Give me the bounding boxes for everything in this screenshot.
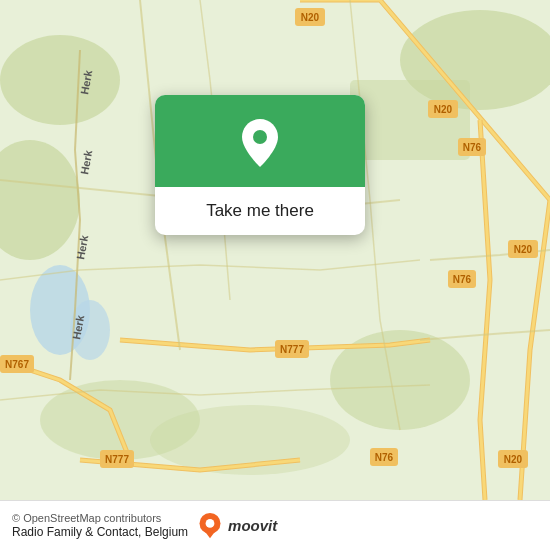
route-label-n777-mid: N777: [280, 344, 304, 355]
route-label-n20-mid: N20: [514, 244, 533, 255]
svg-point-20: [253, 130, 267, 144]
svg-marker-23: [205, 531, 216, 538]
svg-point-2: [0, 35, 120, 125]
route-label-n777-bottom: N777: [105, 454, 129, 465]
moovit-logo: moovit: [196, 512, 277, 540]
map-svg: N20 N20 N20 N20 N76 N76 N76 N777 N777 N7…: [0, 0, 550, 500]
card-green-section: [155, 95, 365, 187]
route-label-n20-right: N20: [434, 104, 453, 115]
route-label-n76-mid: N76: [453, 274, 472, 285]
copyright-text: © OpenStreetMap contributors: [12, 512, 188, 524]
route-label-n20-bottom: N20: [504, 454, 523, 465]
svg-rect-4: [350, 80, 470, 160]
take-me-there-button[interactable]: Take me there: [188, 187, 332, 235]
moovit-text: moovit: [228, 517, 277, 534]
route-label-n76-top: N76: [463, 142, 482, 153]
route-label-n76-bottom: N76: [375, 452, 394, 463]
route-label-n767-left: N767: [5, 359, 29, 370]
moovit-icon: [196, 512, 224, 540]
route-label-n20-top: N20: [301, 12, 320, 23]
footer-bar: © OpenStreetMap contributors Radio Famil…: [0, 500, 550, 550]
map-container: N20 N20 N20 N20 N76 N76 N76 N777 N777 N7…: [0, 0, 550, 500]
location-text: Radio Family & Contact, Belgium: [12, 525, 188, 539]
action-card[interactable]: Take me there: [155, 95, 365, 235]
svg-point-22: [206, 519, 215, 528]
location-pin-icon: [234, 117, 286, 169]
